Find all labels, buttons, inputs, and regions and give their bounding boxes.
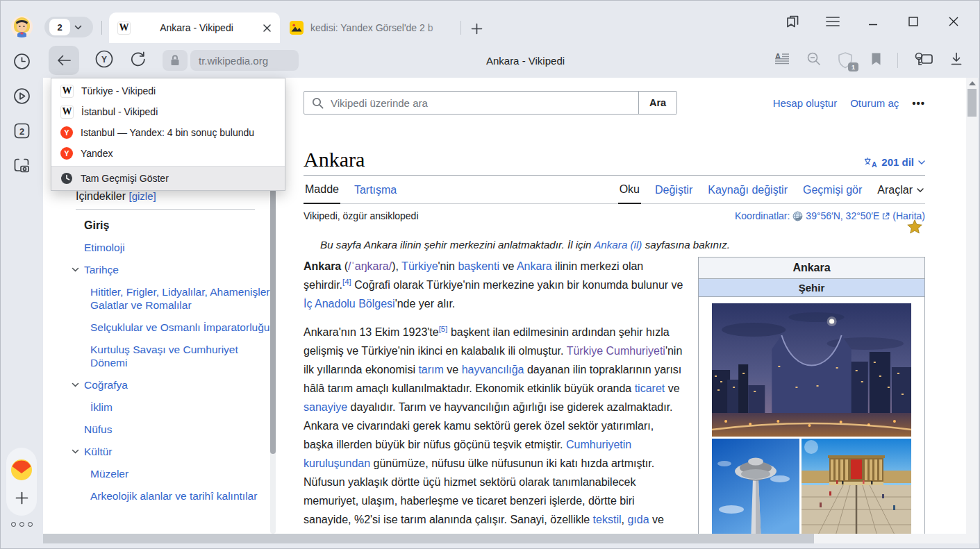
- anitkabir-photo[interactable]: [802, 439, 911, 534]
- toc-item-kultur[interactable]: Kültür: [84, 445, 113, 458]
- tab-yandex-gorsel[interactable]: kedisi: Yandex Görsel'de 2 b: [283, 12, 458, 43]
- toc-item-giris[interactable]: Giriş: [71, 219, 274, 232]
- scroll-up-arrow[interactable]: [969, 81, 976, 85]
- toc-item-iklim[interactable]: İklim: [90, 401, 113, 413]
- wiki-search-bar: Ara: [304, 91, 677, 115]
- history-item-istanbul-wiki[interactable]: W İstanbul - Vikipedi: [51, 101, 285, 122]
- downloads-icon[interactable]: [949, 51, 963, 69]
- toc-item-selcuklular[interactable]: Selçuklular ve Osmanlı İmparatorluğu: [90, 321, 269, 333]
- add-shortcut-plus-icon[interactable]: [15, 491, 28, 505]
- url-address-field[interactable]: tr.wikipedia.org: [190, 50, 299, 71]
- article-link[interactable]: gıda: [627, 514, 649, 525]
- toc-collapse-chevron-icon[interactable]: [72, 267, 79, 272]
- toc-scrollbar-thumb[interactable]: [270, 189, 276, 454]
- svg-text:2: 2: [19, 126, 24, 136]
- article-link[interactable]: başkenti: [458, 260, 499, 272]
- toc-collapse-chevron-icon[interactable]: [72, 382, 79, 387]
- new-tab-button[interactable]: [467, 19, 486, 38]
- tab-degistir[interactable]: Değiştir: [654, 184, 694, 203]
- coordinates-value-link[interactable]: 39°56′N, 32°50′E: [806, 210, 879, 221]
- tab-kaynagi-degistir[interactable]: Kaynağı değiştir: [706, 184, 789, 203]
- page-horizontal-scrollbar: [43, 534, 966, 543]
- menu-hamburger-icon[interactable]: [824, 13, 841, 30]
- toc-item-arkeolojik[interactable]: Arkeolojik alanlar ve tarihî kalıntılar: [90, 490, 257, 502]
- vertical-scrollbar-thumb[interactable]: [967, 89, 977, 117]
- create-account-link[interactable]: Hesap oluştur: [773, 97, 838, 109]
- window-minimize-button[interactable]: [865, 13, 881, 30]
- ankara-night-skyline-photo[interactable]: [712, 303, 911, 437]
- protect-shield-icon[interactable]: 1: [837, 51, 855, 69]
- reload-button[interactable]: [129, 50, 147, 71]
- tab-count-badge: 2: [49, 19, 70, 35]
- sign-in-link[interactable]: Oturum aç: [850, 97, 899, 109]
- yandex-mail-icon[interactable]: [10, 459, 33, 481]
- personal-tools-menu[interactable]: •••: [912, 97, 925, 109]
- language-selector-button[interactable]: A 201 dil: [864, 156, 925, 168]
- zoom-out-icon[interactable]: [806, 51, 822, 69]
- article-link[interactable]: Türkiye: [401, 260, 438, 272]
- article-link[interactable]: /ˈaŋkara/: [348, 260, 392, 272]
- search-input[interactable]: [331, 92, 638, 114]
- article-link[interactable]: ticaret: [635, 382, 665, 394]
- passwords-icon[interactable]: [913, 51, 934, 70]
- coordinates-label[interactable]: Koordinatlar:: [735, 210, 790, 221]
- history-icon[interactable]: [9, 49, 34, 74]
- article-title: Ankara: [304, 147, 365, 172]
- toc-item-etimoloji[interactable]: Etimoloji: [84, 242, 125, 253]
- infobox-settlement-type: Şehir: [699, 279, 924, 297]
- close-tab-icon[interactable]: [263, 24, 272, 33]
- tab-oku[interactable]: Oku: [618, 183, 641, 204]
- article-link[interactable]: hayvancılığa: [462, 364, 524, 375]
- media-play-icon[interactable]: [9, 83, 34, 108]
- sidebar-more-dots-icon[interactable]: [0, 522, 43, 527]
- infobox-ankara: Ankara Şehir: [698, 257, 925, 534]
- horizontal-scrollbar-thumb[interactable]: [43, 534, 814, 543]
- wikipedia-favicon-icon: W: [60, 85, 74, 98]
- tab-counter-control[interactable]: 2: [44, 17, 93, 37]
- toc-collapse-chevron-icon[interactable]: [72, 449, 79, 454]
- article-link[interactable]: Ankara (il): [594, 239, 642, 251]
- tab-tartisma[interactable]: Tartışma: [353, 184, 398, 203]
- article-link[interactable]: tekstil: [593, 514, 622, 525]
- toc-item-kurtulus[interactable]: Kurtuluş Savaşı ve Cumhuriyet Dönemi: [90, 344, 238, 369]
- window-maximize-button[interactable]: [905, 13, 922, 30]
- featured-article-star-icon[interactable]: [907, 219, 922, 236]
- article-link[interactable]: [5]: [439, 325, 448, 333]
- toc-item-muzeler[interactable]: Müzeler: [90, 468, 128, 480]
- window-close-button[interactable]: [945, 13, 962, 30]
- toc-hide-link[interactable]: [gizle]: [128, 190, 156, 202]
- site-security-button[interactable]: [163, 50, 188, 71]
- history-item-turkiye[interactable]: W Türkiye - Vikipedi: [51, 81, 285, 101]
- infobox-title: Ankara: [699, 257, 924, 279]
- search-submit-button[interactable]: Ara: [638, 92, 676, 114]
- account-links: Hesap oluştur Oturum aç •••: [773, 97, 925, 109]
- toc-item-tarihce[interactable]: Tarihçe: [84, 263, 119, 276]
- tabs-divider: [101, 21, 102, 35]
- tab-manager-icon[interactable]: 2: [9, 118, 34, 143]
- profile-avatar[interactable]: [11, 16, 33, 37]
- article-link[interactable]: Ankara: [517, 260, 552, 272]
- tab-ankara-vikipedi[interactable]: W Ankara - Vikipedi: [109, 12, 280, 43]
- article-link[interactable]: [4]: [342, 278, 351, 286]
- add-bookmark-icon[interactable]: [870, 52, 882, 69]
- navbar-right-controls: A 1: [774, 43, 963, 78]
- article-link[interactable]: tarım: [418, 364, 443, 375]
- tab-gecmisi-gor[interactable]: Geçmişi gör: [802, 184, 863, 203]
- history-item-yandex[interactable]: Y Yandex: [51, 143, 285, 164]
- article-link[interactable]: Türkiye Cumhuriyeti: [567, 345, 665, 357]
- toc-item-hititler[interactable]: Hititler, Frigler, Lidyalılar, Ahamenişl…: [90, 286, 272, 311]
- back-button[interactable]: [49, 46, 79, 75]
- translate-reader-icon[interactable]: A: [774, 52, 791, 69]
- toc-item-nufus[interactable]: Nüfus: [84, 423, 113, 435]
- screenshot-icon[interactable]: [9, 153, 34, 178]
- toc-item-cografya[interactable]: Coğrafya: [84, 378, 128, 391]
- tools-menu-button[interactable]: Araçlar: [876, 184, 925, 203]
- bookmarks-panel-icon[interactable]: [784, 13, 801, 30]
- tab-madde[interactable]: Madde: [304, 183, 340, 204]
- article-link[interactable]: sanayiye: [304, 401, 347, 413]
- article-link[interactable]: İç Anadolu Bölgesi: [304, 298, 395, 310]
- yandex-button[interactable]: Y: [94, 49, 114, 71]
- atakule-tower-photo[interactable]: [712, 439, 799, 534]
- history-item-istanbul-yandex[interactable]: Y Istanbul — Yandex: 4 bin sonuç bulundu: [51, 122, 285, 143]
- show-full-history-item[interactable]: Tam Geçmişi Göster: [51, 167, 285, 190]
